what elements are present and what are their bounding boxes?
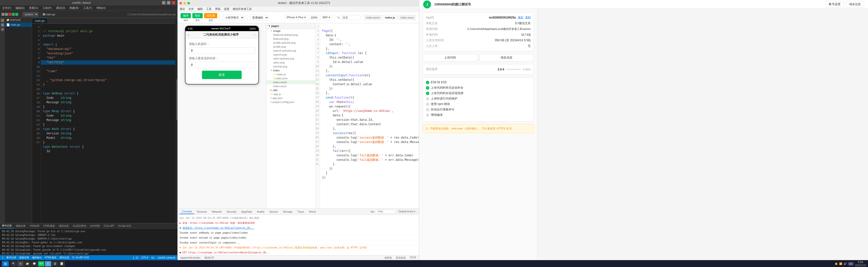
menu-view[interactable]: 查看(V)	[28, 6, 39, 10]
wechat-menu-interface[interactable]: 界面	[215, 7, 220, 11]
system-select[interactable]: system	[23, 12, 38, 17]
tree-item-search-actived[interactable]: search-actived.png	[266, 49, 315, 53]
checklist-item-2[interactable]: ✓ 上传代码时样式自动补全	[426, 86, 531, 90]
tab-html[interactable]: HTML预览	[41, 224, 57, 228]
tree-item-udon-actived[interactable]: udon-actived.png	[266, 57, 315, 60]
checklist-item-5[interactable]: 使用 npm 模块	[426, 102, 531, 106]
minimize-btn[interactable]: -	[162, 1, 165, 4]
tree-item-wechat[interactable]: wechat.png	[266, 64, 315, 69]
taskbar-app-6[interactable]: G	[45, 261, 51, 267]
tree-item-featured[interactable]: featured.png	[266, 37, 315, 41]
taskbar-app-2[interactable]: 🖥	[17, 261, 24, 267]
wechat-code-body[interactable]: 12345 678910 1112131415 1617181920 21222…	[316, 23, 419, 208]
checklist-item-1[interactable]: ✓ ES6 转 ES5	[426, 80, 531, 84]
phone-menu-icon[interactable]: ···	[253, 33, 256, 37]
menu-tools[interactable]: 工具(T)	[82, 6, 93, 10]
devtools-tab-sources[interactable]: Sources	[194, 210, 209, 214]
tab-index-js[interactable]: index.js	[383, 15, 397, 20]
preview-btn[interactable]: 预览	[192, 13, 203, 18]
tree-item-appjson[interactable]: {} app.json	[266, 96, 315, 100]
tree-item-utils[interactable]: ▶ utils	[266, 88, 315, 92]
tab-diff[interactable]: 文件对照	[88, 224, 102, 228]
wechat-menu-edit[interactable]: 编辑	[197, 7, 203, 11]
real-machine-btn[interactable]: 真机调	[204, 13, 217, 18]
checklist-item-3[interactable]: ✓ 上传代码时自动压缩混淆	[426, 91, 531, 95]
menu-file[interactable]: 文件(F)	[1, 6, 12, 10]
tree-item-udon[interactable]: udon.png	[266, 60, 315, 64]
tray-network[interactable]: 📶	[839, 262, 842, 265]
start-btn[interactable]: ⊞	[2, 261, 9, 267]
tree-item-profile[interactable]: profile.png	[266, 45, 315, 49]
sidebar-icon-1[interactable]: ≡	[1, 19, 4, 22]
taskbar-app-1[interactable]: 🔍	[10, 261, 17, 267]
domain-info-btn[interactable]: 域名信息	[846, 1, 864, 8]
liteide-code-editor[interactable]: main.go 12345 678910 1112131415 16171819…	[32, 18, 175, 223]
tree-item-index-json[interactable]: {} index.json	[266, 76, 315, 80]
code-content[interactable]: 12345 678910 1112131415 1617181920 21222…	[32, 24, 175, 223]
sidebar-icon-3[interactable]: ◈	[1, 28, 4, 31]
tray-notification[interactable]: 🔔	[835, 262, 838, 265]
tab-search[interactable]: 搜索结果	[14, 224, 28, 228]
appid-copy-link[interactable]: 复制	[525, 16, 531, 19]
tree-item-index-wxss[interactable]: index.wxss	[266, 84, 315, 88]
devtools-tab-security[interactable]: Security	[224, 210, 239, 214]
tab-debug[interactable]: 调试信息	[57, 224, 71, 228]
tab-go-query[interactable]: Go语言查询	[71, 224, 88, 228]
edit-select[interactable]: 普通编辑	[250, 15, 269, 20]
phone-send-btn[interactable]: 发送	[202, 71, 242, 79]
tab-events[interactable]: 事件记录	[0, 223, 14, 229]
wechat-menu-tools[interactable]: 工具	[206, 7, 212, 11]
menu-project[interactable]: 工程(P)	[42, 6, 52, 10]
checklist-item-7[interactable]: 增强编译	[426, 113, 531, 117]
tree-item-appjs[interactable]: JS app.js	[266, 92, 315, 96]
level-select[interactable]: Default levels ▾	[397, 210, 417, 213]
tree-item-profile-actived[interactable]: profile-actived.png	[266, 41, 315, 45]
wechat-code-text[interactable]: Page({ data:{ Id: '', content: '', }, id…	[320, 23, 419, 208]
upload-code-btn[interactable]: 上传代码	[423, 54, 477, 61]
menu-help[interactable]: 帮助(H)	[96, 6, 106, 10]
phone-content-input[interactable]	[189, 62, 255, 68]
devtools-filter-input[interactable]	[376, 210, 395, 213]
taskbar-app-5[interactable]: WX	[38, 261, 44, 267]
taskbar-app-7[interactable]: 🖼	[52, 261, 58, 267]
wechat-menu-wx[interactable]: 微信开发者工具	[233, 7, 252, 11]
wechat-menu-project[interactable]: 项目	[180, 7, 185, 11]
tree-item-index-wxml[interactable]: index.wxml	[266, 80, 315, 84]
checklist-item-6[interactable]: 自动运行体验评分	[426, 107, 531, 112]
tree-item-featured-actived[interactable]: featured-actived.png	[266, 33, 315, 37]
tree-item-search[interactable]: search.png	[266, 53, 315, 57]
tray-volume[interactable]: 🔊	[844, 262, 846, 265]
tree-item-index-folder[interactable]: ▼ index	[266, 69, 315, 72]
tab-go-api-dialog[interactable]: Go Api 对话	[116, 224, 133, 228]
maximize-btn[interactable]: □	[167, 1, 170, 4]
devtools-tab-storage[interactable]: Storage	[280, 210, 295, 214]
tab-maingo[interactable]: main.go	[32, 18, 48, 24]
tab-code[interactable]: 代码结果	[28, 224, 41, 228]
menu-debug[interactable]: 调试(D)	[55, 6, 66, 10]
devtools-tab-appdata[interactable]: AppData	[239, 210, 254, 214]
taskbar-app-4[interactable]: 💬	[31, 261, 37, 267]
account-settings-btn[interactable]: 帐号设置	[826, 1, 844, 8]
tree-item-projectjson[interactable]: {} project.config.json	[266, 100, 315, 104]
domain-info-btn2[interactable]: 域名信息	[479, 54, 534, 61]
menu-edit[interactable]: 编辑(E)	[15, 6, 25, 10]
taskbar-app-3[interactable]: 📁	[24, 261, 31, 267]
device-label[interactable]: iPhone 6 Plus ▾	[285, 15, 308, 20]
devtools-tab-trace[interactable]: Trace	[295, 210, 307, 214]
devtools-tab-network[interactable]: Network	[209, 210, 224, 214]
close-btn[interactable]: ×	[172, 1, 175, 4]
devtools-tab-wxml[interactable]: Wxml	[307, 210, 318, 214]
taskbar-app-8[interactable]: 📝	[59, 261, 65, 267]
compile-btn[interactable]: 编译	[181, 13, 191, 18]
search-input[interactable]	[341, 15, 361, 20]
phone-id-input[interactable]	[189, 47, 255, 54]
network-label[interactable]: WiFi ▾	[321, 15, 332, 20]
mode-select[interactable]: 小程序模式	[222, 15, 244, 20]
appid-modify-link[interactable]: 修改	[518, 16, 523, 19]
sidebar-icon-2[interactable]: ⊞	[1, 23, 4, 27]
wechat-menu-file[interactable]: 文件	[188, 7, 194, 11]
tree-item-index-js[interactable]: JS index.js	[266, 72, 315, 76]
devtools-tab-console[interactable]: Console	[180, 209, 194, 214]
file-item-maingo[interactable]: 📄 main.go	[5, 23, 32, 27]
checklist-item-4[interactable]: 上传时进行代码保护	[426, 97, 531, 101]
